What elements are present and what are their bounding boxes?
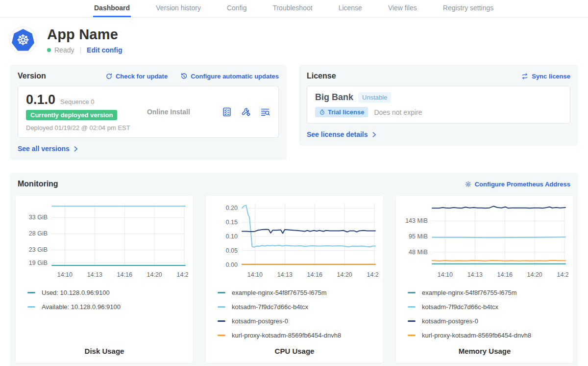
legend-label: kurl-proxy-kotsadm-8569fb6454-dnvh8 — [232, 332, 341, 339]
y-tick-label: 143 MiB — [405, 217, 428, 224]
x-tick-label: 14:23 — [367, 271, 378, 278]
charts-row: 14:1014:1314:1614:2014:2319 GiB23 GiB28 … — [16, 196, 572, 363]
chart-title: Memory Usage — [401, 347, 568, 355]
license-card: Big Bank Unstable Trial license Does not… — [307, 86, 570, 124]
tab-registry-settings[interactable]: Registry settings — [442, 0, 494, 17]
chart-plot: 14:1014:1314:1614:2014:2319 GiB23 GiB28 … — [21, 200, 188, 282]
x-tick-label: 14:13 — [87, 271, 102, 278]
x-tick-label: 14:23 — [557, 271, 568, 278]
legend-label: Used: 10.128.0.96:9100 — [42, 289, 110, 296]
y-tick-label: 0.15 — [226, 219, 238, 226]
legend-dash-icon — [408, 306, 416, 308]
legend-label: kotsadm-7f9dc7d66c-b4tcx — [422, 303, 498, 311]
legend-item: kotsadm-postgres-0 — [408, 317, 568, 325]
chart-legend: example-nginx-54f8f76755-l675mkotsadm-7f… — [408, 289, 568, 346]
x-tick-label: 14:13 — [467, 271, 483, 278]
trial-license-badge: Trial license — [315, 107, 368, 117]
sync-icon — [521, 73, 529, 80]
legend-item: kotsadm-7f9dc7d66c-b4tcx — [218, 303, 378, 311]
legend-label: example-nginx-54f8f76755-l675m — [232, 289, 327, 296]
chart-plot: 14:1014:1314:1614:2014:2348 MiB95 MiB143… — [401, 200, 568, 282]
sync-license-link[interactable]: Sync license — [521, 73, 570, 80]
current-version-card: 0.1.0 Sequence 0 Currently deployed vers… — [18, 86, 279, 138]
gear-icon — [465, 181, 472, 188]
y-tick-label: 28 GiB — [29, 230, 48, 237]
legend-item: kurl-proxy-kotsadm-8569fb6454-dnvh8 — [218, 332, 378, 339]
tab-dashboard[interactable]: Dashboard — [93, 0, 131, 17]
refresh-icon — [105, 73, 113, 80]
y-tick-label: 0.10 — [226, 233, 238, 240]
legend-dash-icon — [408, 335, 416, 336]
legend-item: example-nginx-54f8f76755-l675m — [408, 289, 568, 296]
monitoring-title: Monitoring — [18, 180, 58, 188]
legend-item: kotsadm-7f9dc7d66c-b4tcx — [408, 303, 568, 311]
edit-config-wrench-icon[interactable] — [241, 106, 251, 117]
legend-dash-icon — [218, 306, 225, 308]
deployed-badge: Currently deployed version — [26, 110, 117, 120]
legend-label: example-nginx-54f8f76755-l675m — [422, 289, 517, 296]
series-line — [242, 230, 375, 234]
legend-item: Available: 10.128.0.96:9100 — [27, 303, 188, 311]
see-all-versions-link[interactable]: See all versions — [18, 145, 79, 153]
view-logs-icon[interactable] — [260, 106, 270, 117]
legend-label: kotsadm-postgres-0 — [232, 317, 288, 325]
y-tick-label: 33 GiB — [29, 214, 48, 221]
tab-license[interactable]: License — [338, 0, 363, 17]
version-panel: Version Check for update Configure autom… — [10, 65, 287, 160]
chart-legend: Used: 10.128.0.96:9100Available: 10.128.… — [27, 289, 188, 317]
legend-label: kotsadm-postgres-0 — [422, 317, 478, 325]
tab-config[interactable]: Config — [226, 0, 247, 17]
legend-dash-icon — [218, 292, 225, 293]
divider: | — [79, 46, 81, 54]
tab-version-history[interactable]: Version history — [155, 0, 202, 17]
y-tick-label: 0.20 — [226, 205, 238, 211]
x-tick-label: 14:20 — [147, 271, 162, 278]
monitoring-panel: Monitoring Configure Prometheus Address … — [10, 173, 578, 366]
legend-dash-icon — [408, 292, 416, 293]
x-tick-label: 14:10 — [57, 271, 73, 278]
x-tick-label: 14:13 — [277, 271, 293, 278]
version-panel-title: Version — [18, 72, 46, 80]
y-tick-label: 19 GiB — [29, 260, 48, 266]
preflight-checks-icon[interactable] — [221, 106, 232, 117]
tab-view-files[interactable]: View files — [387, 0, 418, 17]
x-tick-label: 14:16 — [117, 271, 132, 278]
legend-label: Available: 10.128.0.96:9100 — [42, 303, 121, 311]
legend-dash-icon — [218, 320, 225, 322]
configure-prometheus-link[interactable]: Configure Prometheus Address — [465, 181, 570, 188]
series-line — [432, 261, 565, 261]
y-tick-label: 23 GiB — [29, 246, 48, 253]
legend-item: example-nginx-54f8f76755-l675m — [218, 289, 378, 296]
x-tick-label: 14:16 — [497, 271, 513, 278]
chart-card-cpu-usage: 14:1014:1314:1614:2014:230.000.050.100.1… — [206, 196, 383, 363]
x-tick-label: 14:10 — [438, 271, 453, 278]
license-expiry: Does not expire — [374, 108, 422, 116]
legend-item: kotsadm-postgres-0 — [218, 317, 378, 325]
channel-badge: Unstable — [358, 92, 391, 103]
edit-config-link[interactable]: Edit config — [87, 46, 122, 54]
app-logo: ☸ — [10, 27, 36, 53]
chart-title: CPU Usage — [211, 347, 378, 355]
tab-troubleshoot[interactable]: Troubleshoot — [271, 0, 313, 17]
kubernetes-icon: ☸ — [12, 29, 34, 52]
stopwatch-icon — [319, 109, 325, 115]
license-panel-title: License — [307, 72, 336, 80]
x-tick-label: 14:23 — [176, 271, 188, 278]
schedule-update-icon — [180, 73, 188, 80]
y-tick-label: 0.05 — [226, 247, 238, 254]
configure-automatic-updates-link[interactable]: Configure automatic updates — [180, 73, 279, 80]
license-panel: License Sync license Big Bank Unstable — [299, 65, 578, 146]
see-license-details-link[interactable]: See license details — [307, 131, 377, 138]
check-for-update-link[interactable]: Check for update — [105, 73, 168, 80]
x-tick-label: 14:20 — [527, 271, 542, 278]
series-line — [242, 206, 375, 247]
version-number: 0.1.0 — [26, 92, 55, 107]
y-tick-label: 48 MiB — [409, 249, 428, 256]
chart-legend: example-nginx-54f8f76755-l675mkotsadm-7f… — [218, 289, 378, 346]
legend-dash-icon — [218, 335, 225, 336]
version-sequence: Sequence 0 — [60, 98, 94, 105]
series-line — [432, 206, 565, 208]
status-text: Ready — [54, 46, 74, 54]
license-name: Big Bank — [315, 92, 353, 103]
legend-item: kurl-proxy-kotsadm-8569fb6454-dnvh8 — [408, 332, 568, 339]
